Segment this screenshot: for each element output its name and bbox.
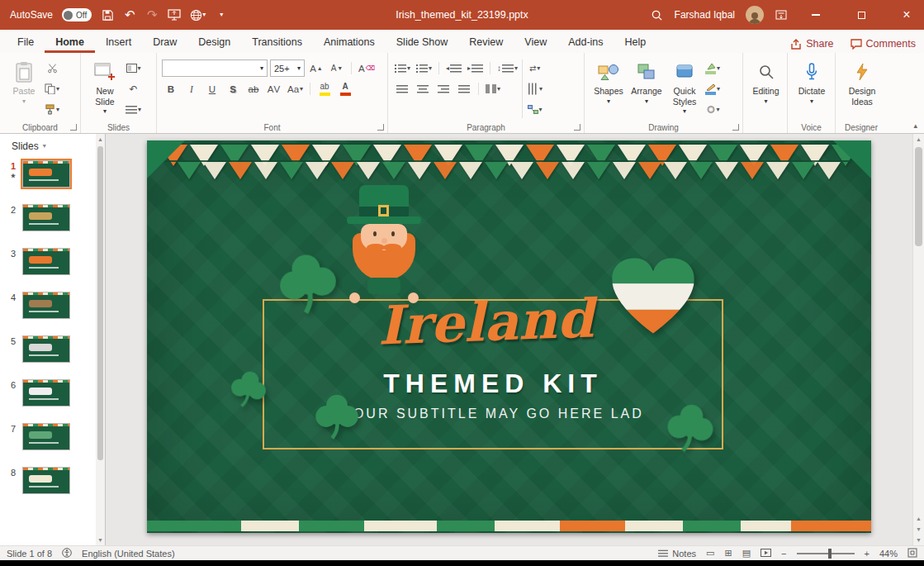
tab-transitions[interactable]: Transitions [241, 31, 313, 53]
align-text-button[interactable]: ▾ [525, 80, 544, 98]
slide-thumbnail[interactable] [22, 248, 70, 275]
numbering-button[interactable]: ▾ [415, 59, 434, 77]
columns-button[interactable]: ▾ [484, 80, 502, 98]
slide-thumbnail-row[interactable]: 6 [0, 379, 105, 407]
layout-button[interactable]: ▾ [124, 59, 143, 77]
clipboard-dialog-launcher[interactable] [70, 124, 77, 131]
slide-thumbnail-row[interactable]: 3 [0, 248, 105, 275]
bullets-button[interactable]: ▾ [393, 59, 412, 77]
scroll-down-icon[interactable]: ▼ [97, 535, 103, 545]
tab-insert[interactable]: Insert [95, 31, 142, 53]
tab-file[interactable]: File [7, 31, 45, 53]
tab-help[interactable]: Help [614, 31, 657, 53]
qat-customize-button[interactable]: ▾ [215, 4, 228, 26]
scroll-down-icon[interactable]: ▼ [916, 535, 922, 545]
decrease-font-size-button[interactable]: A▼ [328, 59, 346, 77]
cut-button[interactable] [43, 59, 61, 77]
align-right-button[interactable] [434, 80, 453, 98]
notes-button[interactable]: Notes [657, 549, 696, 559]
scroll-up-icon[interactable]: ▲ [916, 134, 922, 145]
increase-indent-button[interactable]: ▸ [466, 59, 485, 77]
italic-button[interactable]: I [182, 80, 201, 98]
format-painter-button[interactable]: ▾ [43, 101, 61, 118]
zoom-level[interactable]: 44% [879, 549, 898, 559]
slide-indicator[interactable]: Slide 1 of 8 [7, 549, 52, 559]
text-shadow-button[interactable]: S [224, 80, 242, 98]
text-direction-button[interactable]: ⇄▾ [525, 59, 544, 77]
arrange-button[interactable]: Arrange ▾ [628, 57, 666, 123]
shape-effects-button[interactable]: ▾ [704, 101, 722, 118]
redo-button[interactable]: ↷ [145, 4, 159, 26]
slide-thumbnail[interactable] [22, 423, 70, 450]
share-button[interactable]: Share [790, 38, 833, 50]
copy-button[interactable]: ▾ [43, 80, 61, 98]
tab-draw[interactable]: Draw [142, 31, 187, 53]
design-ideas-button[interactable]: Design Ideas [841, 57, 884, 123]
editing-button[interactable]: Editing ▾ [748, 57, 784, 123]
canvas-scrollbar[interactable]: ▲ ▲ ▼ ▼ [912, 134, 924, 545]
bold-button[interactable]: B [162, 80, 180, 98]
justify-button[interactable] [455, 80, 473, 98]
shape-outline-button[interactable]: ▾ [704, 80, 722, 98]
slide-thumbnail-row[interactable]: 7 [0, 423, 105, 450]
slide-thumbnail-row[interactable]: 4 [0, 292, 105, 319]
zoom-slider[interactable] [797, 553, 855, 554]
font-color-button[interactable]: A [336, 80, 354, 98]
tab-home[interactable]: Home [45, 31, 95, 53]
language-indicator[interactable]: English (United States) [82, 549, 175, 559]
slide-thumbnail-row[interactable]: 8 [0, 467, 105, 494]
underline-button[interactable]: U [203, 80, 221, 98]
search-button[interactable] [651, 4, 664, 26]
drawing-dialog-launcher[interactable] [732, 124, 739, 131]
avatar[interactable] [746, 6, 764, 24]
line-spacing-button[interactable]: ↕▾ [495, 59, 519, 77]
font-size-select[interactable]: 25+ ▾ [270, 59, 305, 77]
accessibility-button[interactable] [62, 548, 72, 559]
slide-thumbnail-row[interactable]: 2 [0, 204, 105, 231]
slide-thumbnail[interactable] [22, 292, 70, 319]
font-dialog-launcher[interactable] [377, 124, 384, 131]
user-name[interactable]: Farshad Iqbal [675, 9, 735, 21]
quick-styles-button[interactable]: Quick Styles ▾ [666, 57, 704, 123]
character-spacing-button[interactable]: AV [265, 80, 283, 98]
paragraph-dialog-launcher[interactable] [574, 124, 580, 131]
ribbon-display-options-button[interactable] [775, 4, 788, 26]
convert-to-smartart-button[interactable]: ▾ [525, 101, 544, 118]
slides-panel-scrollbar[interactable]: ▲ ▼ [96, 134, 105, 545]
present-online-button[interactable] [168, 4, 181, 26]
reading-view-button[interactable]: ▤ [742, 548, 751, 559]
align-left-button[interactable] [393, 80, 411, 98]
new-slide-button[interactable]: New Slide ▾ [86, 57, 124, 123]
previous-slide-button[interactable]: ▲ [916, 513, 922, 524]
slide-thumbnail[interactable] [22, 160, 70, 188]
clear-formatting-button[interactable]: A⌫ [357, 59, 377, 77]
section-button[interactable]: ▾ [124, 101, 143, 118]
slide-editor[interactable]: Ireland THEMED KIT YOUR SUBTITLE MAY GO … [147, 140, 871, 533]
slide-sorter-button[interactable]: ⊞ [724, 548, 732, 559]
slide-thumbnail[interactable] [22, 335, 70, 363]
dictate-button[interactable]: Dictate ▾ [793, 57, 831, 123]
shape-fill-button[interactable]: ▾ [704, 59, 722, 77]
maximize-button[interactable] [844, 0, 879, 30]
tab-design[interactable]: Design [187, 31, 241, 53]
strikethrough-button[interactable]: ab [244, 80, 263, 98]
paste-button[interactable]: Paste ▾ [5, 57, 43, 123]
tab-slide-show[interactable]: Slide Show [386, 31, 459, 53]
reset-button[interactable]: ↶ [124, 80, 143, 98]
scrollbar-thumb[interactable] [97, 146, 103, 460]
collapse-ribbon-button[interactable]: ▴ [913, 121, 917, 130]
font-name-select[interactable]: ▾ [162, 59, 268, 77]
fit-slide-button[interactable] [907, 548, 917, 559]
scrollbar-thumb[interactable] [915, 147, 922, 246]
normal-view-button[interactable]: ▭ [706, 548, 714, 559]
zoom-in-button[interactable]: + [865, 549, 870, 559]
zoom-slider-thumb[interactable] [828, 549, 832, 559]
slide-thumbnail[interactable] [22, 467, 70, 494]
minimize-button[interactable] [798, 0, 833, 30]
tab-animations[interactable]: Animations [313, 31, 386, 53]
increase-font-size-button[interactable]: A▲ [307, 59, 325, 77]
autosave-toggle[interactable]: Off [62, 8, 92, 21]
slide-thumbnail[interactable] [22, 204, 70, 231]
slide-thumbnail-row[interactable]: 5 [0, 335, 105, 363]
tab-view[interactable]: View [514, 31, 557, 53]
